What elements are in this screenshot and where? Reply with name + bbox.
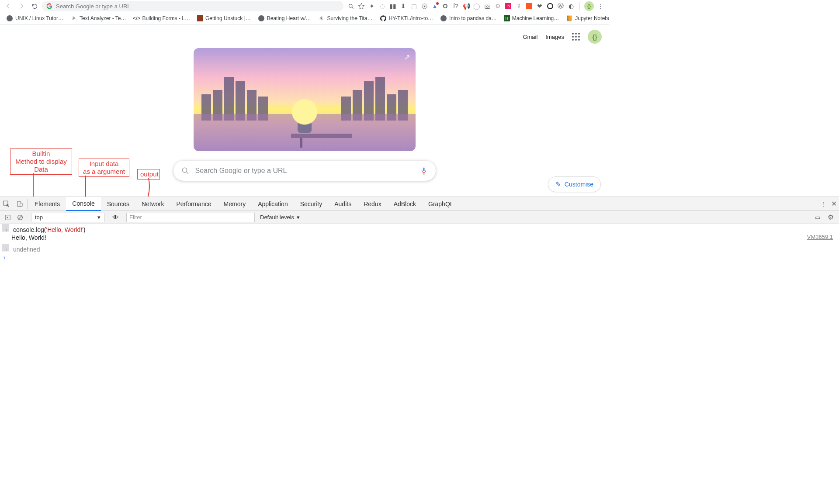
svg-line-20 — [18, 216, 22, 219]
ext-icon-darkcircle[interactable] — [546, 2, 554, 10]
google-doodle[interactable]: ↗ — [194, 48, 416, 151]
ext-icon-horn[interactable]: 📢 — [462, 2, 470, 10]
svg-rect-8 — [423, 168, 424, 171]
reload-button[interactable] — [29, 0, 40, 12]
annotation-box-3: output — [137, 169, 160, 180]
bookmark-label: Surviving the Tita… — [327, 15, 372, 21]
ext-icon-4[interactable]: ⬇ — [399, 2, 407, 10]
star-icon[interactable] — [357, 2, 365, 10]
console-output-row: Hello, World! VM3659:1 — [0, 232, 609, 244]
tab-console[interactable]: Console — [66, 197, 101, 211]
tab-sources[interactable]: Sources — [101, 197, 135, 211]
console-return: undefined — [13, 245, 40, 254]
bookmark-item[interactable]: HY-TKTL/intro-to… — [377, 14, 436, 23]
google-g-icon — [46, 3, 52, 9]
bookmark-label: Getting Unstuck |… — [205, 15, 251, 21]
tab-memory[interactable]: Memory — [218, 197, 252, 211]
gmail-link[interactable]: Gmail — [523, 34, 537, 40]
bookmark-item[interactable]: </>Building Forms - L… — [131, 14, 193, 23]
tab-audits[interactable]: Audits — [328, 197, 357, 211]
separator — [579, 2, 580, 10]
console-toolbar: top ▾ 👁 Filter Default levels ▾ ▭ ⚙ — [0, 211, 609, 224]
new-tab-page: Gmail Images {} ↗ Search Google or type … — [0, 24, 609, 197]
profile-avatar[interactable]: {} — [584, 1, 594, 11]
svg-line-1 — [352, 7, 353, 8]
tab-adblock[interactable]: AdBlock — [388, 197, 422, 211]
bookmark-item[interactable]: ✳Text Analyzer - Te… — [68, 14, 129, 23]
ext-icon-6[interactable] — [420, 2, 428, 10]
tab-application[interactable]: Application — [252, 197, 294, 211]
log-levels-selector[interactable]: Default levels ▾ — [257, 214, 303, 221]
ext-icon-w[interactable]: Ⓦ — [557, 2, 565, 10]
tab-elements[interactable]: Elements — [28, 197, 66, 211]
ntp-header: Gmail Images {} — [523, 30, 602, 44]
console-return-row: ‹ undefined — [2, 244, 9, 252]
ext-icon-share[interactable]: ⇪ — [515, 2, 523, 10]
chrome-menu[interactable]: ⋮ — [596, 3, 604, 10]
bookmark-item[interactable]: UNIX / Linux Tutor… — [3, 14, 66, 23]
bookmark-label: Text Analyzer - Te… — [80, 15, 126, 21]
search-placeholder: Search Google or type a URL — [195, 167, 414, 175]
customise-button[interactable]: ✎ Customise — [548, 176, 601, 192]
omnibox-input[interactable] — [56, 3, 339, 10]
ext-icon-pink[interactable]: in — [504, 2, 512, 10]
ext-icon-orange[interactable] — [525, 2, 533, 10]
console-prompt-row[interactable]: › — [0, 252, 609, 263]
console-input-row: › console.log('Hello, World!') — [2, 224, 9, 232]
context-selector[interactable]: top ▾ — [31, 213, 104, 222]
tab-redux[interactable]: Redux — [357, 197, 387, 211]
bookmark-item[interactable]: Getting Unstuck |… — [194, 14, 253, 22]
svg-marker-18 — [7, 216, 9, 218]
inspect-element-icon[interactable] — [0, 197, 13, 211]
svg-rect-16 — [20, 203, 22, 207]
tab-network[interactable]: Network — [135, 197, 170, 211]
annotation-box-2: Input data as a argument — [79, 159, 129, 177]
ext-icon-9[interactable]: ◯ — [473, 2, 481, 10]
annotation-box-1: Builtin Method to display Data — [10, 148, 72, 175]
bookmark-item[interactable]: HMachine Learning… — [501, 14, 562, 22]
ext-icon-camera[interactable] — [483, 2, 491, 10]
account-avatar[interactable]: {} — [588, 30, 602, 44]
filter-input[interactable]: Filter — [126, 213, 255, 222]
tab-performance[interactable]: Performance — [170, 197, 217, 211]
devtools-panel: Elements Console Sources Network Perform… — [0, 197, 609, 366]
search-icon — [181, 167, 189, 175]
svg-point-0 — [349, 4, 352, 7]
prompt-icon: › — [3, 252, 11, 262]
ext-icon-5[interactable]: ▢ — [410, 2, 418, 10]
apps-launcher-icon[interactable] — [572, 33, 580, 41]
ext-icon-spinner[interactable]: ◐ — [567, 2, 575, 10]
ext-icon-opera[interactable]: O — [441, 2, 449, 10]
bookmark-item[interactable]: Intro to pandas da… — [437, 14, 499, 23]
images-link[interactable]: Images — [545, 34, 564, 40]
svg-line-7 — [187, 172, 188, 174]
clear-console-icon[interactable] — [15, 212, 25, 223]
tab-graphql[interactable]: GraphQL — [422, 197, 460, 211]
forward-button[interactable] — [16, 0, 27, 12]
ext-icon-7[interactable]: ▲ — [431, 2, 439, 10]
zoom-icon[interactable] — [347, 2, 355, 10]
ext-icon-3[interactable]: ▮▮ — [389, 2, 397, 10]
bookmark-item[interactable]: Beating Heart w/… — [255, 14, 314, 23]
bookmark-label: UNIX / Linux Tutor… — [15, 15, 63, 21]
mic-icon[interactable] — [420, 166, 428, 176]
toggle-sidebar-icon[interactable] — [3, 212, 13, 223]
ext-icon-gear[interactable]: ⚙ — [494, 2, 502, 10]
pencil-icon: ✎ — [555, 180, 561, 188]
tab-security[interactable]: Security — [294, 197, 329, 211]
back-button[interactable] — [3, 0, 14, 12]
share-icon[interactable]: ↗ — [404, 52, 410, 62]
ext-icon-fq[interactable]: f? — [452, 2, 460, 10]
bookmark-label: Jupyter Notebook… — [575, 15, 609, 21]
bookmark-item[interactable]: ✳Surviving the Tita… — [315, 14, 375, 23]
ext-icon-2[interactable]: ◌ — [378, 2, 386, 10]
svg-point-6 — [182, 168, 187, 173]
live-expression-icon[interactable]: 👁 — [110, 212, 121, 223]
bookmark-label: Machine Learning… — [512, 15, 559, 21]
device-toggle-icon[interactable] — [13, 197, 26, 211]
omnibox[interactable] — [42, 1, 343, 11]
ntp-search[interactable]: Search Google or type a URL — [173, 161, 436, 181]
ext-icon-1[interactable]: ✦ — [368, 2, 376, 10]
ext-icon-heart[interactable]: ❤ — [536, 2, 544, 10]
bookmark-item[interactable]: 📙Jupyter Notebook… — [563, 14, 609, 23]
